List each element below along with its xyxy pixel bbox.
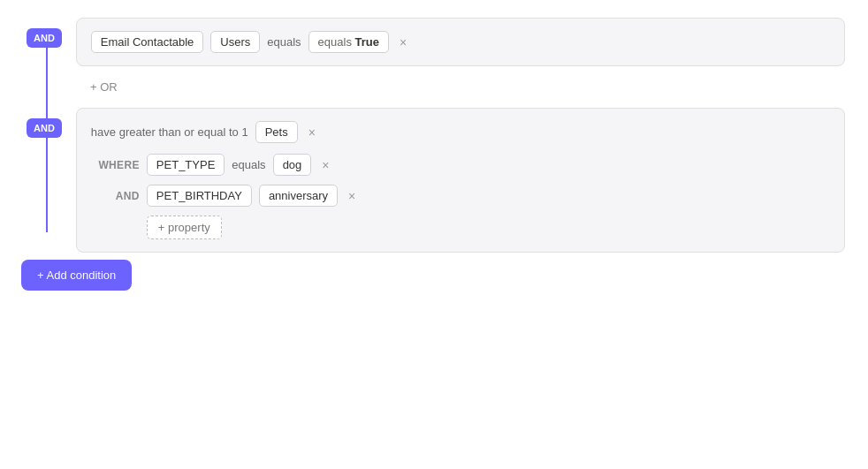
equals-text-1: equals xyxy=(267,35,301,49)
remove-condition-1-button[interactable]: × xyxy=(396,34,410,50)
condition-row-2: have greater than or equal to 1 Pets × xyxy=(91,121,830,143)
have-greater-text: have greater than or equal to 1 xyxy=(91,125,248,139)
pet-birthday-tag[interactable]: PET_BIRTHDAY xyxy=(147,185,252,207)
condition-row-1: Email Contactable Users equals equals Tr… xyxy=(91,31,830,53)
where-label: WHERE xyxy=(91,159,140,171)
and-sub-label: AND xyxy=(91,190,140,202)
sub-conditions: WHERE PET_TYPE equals dog × AND PET_BIRT… xyxy=(91,154,830,239)
add-property-button[interactable]: + property xyxy=(147,216,222,239)
pets-tag[interactable]: Pets xyxy=(255,121,298,143)
condition-card-1: Email Contactable Users equals equals Tr… xyxy=(76,18,845,66)
add-condition-button[interactable]: + Add condition xyxy=(21,260,132,291)
dog-value-tag[interactable]: dog xyxy=(273,154,312,176)
remove-where-button[interactable]: × xyxy=(318,157,332,173)
and-badge-1: AND xyxy=(27,28,62,48)
and-badge-2: AND xyxy=(27,118,62,138)
anniversary-tag[interactable]: anniversary xyxy=(259,185,338,207)
email-contactable-tag: Email Contactable xyxy=(91,31,204,53)
or-row-1: + OR xyxy=(90,80,850,94)
remove-and-button[interactable]: × xyxy=(345,188,359,204)
condition-group-2: AND have greater than or equal to 1 Pets… xyxy=(27,108,850,253)
or-button-1[interactable]: + OR xyxy=(90,80,118,94)
condition-group-1: AND Email Contactable Users equals equal… xyxy=(27,18,850,66)
true-value-tag[interactable]: equals True xyxy=(308,31,389,53)
where-equals-text: equals xyxy=(232,158,265,171)
condition-card-2: have greater than or equal to 1 Pets × W… xyxy=(76,108,845,253)
and-sub-row: AND PET_BIRTHDAY anniversary × xyxy=(91,185,830,207)
remove-condition-2-button[interactable]: × xyxy=(305,125,319,140)
pet-type-tag[interactable]: PET_TYPE xyxy=(147,154,225,176)
users-tag[interactable]: Users xyxy=(210,31,260,53)
or-row-2: + OR xyxy=(90,267,850,280)
where-row: WHERE PET_TYPE equals dog × xyxy=(91,154,830,176)
